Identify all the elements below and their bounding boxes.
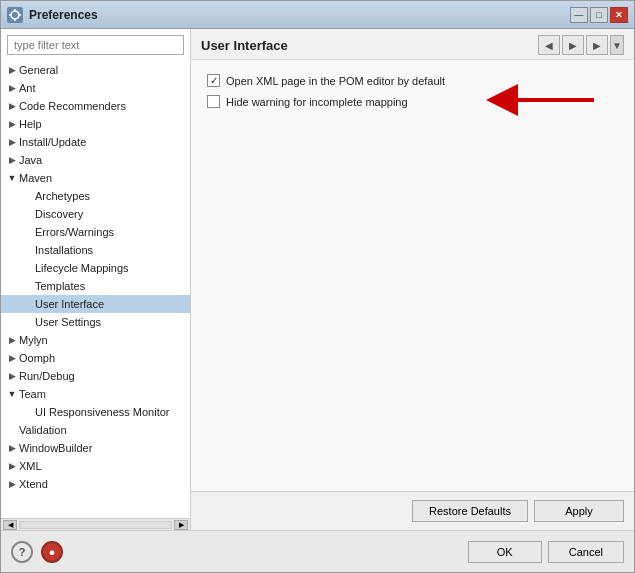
content-area: ▶General▶Ant▶Code Recommenders▶Help▶Inst… (1, 29, 634, 530)
tree-arrow-windowbuilder: ▶ (5, 443, 19, 453)
tree-label-ant: Ant (19, 82, 190, 94)
tree-item-oomph[interactable]: ▶Oomph (1, 349, 190, 367)
tree-arrow-mylyn: ▶ (5, 335, 19, 345)
cancel-button[interactable]: Cancel (548, 541, 624, 563)
nav-back2-button[interactable]: ▶ (586, 35, 608, 55)
tree-label-mylyn: Mylyn (19, 334, 190, 346)
tree-label-discovery: Discovery (35, 208, 190, 220)
tree-arrow-java: ▶ (5, 155, 19, 165)
tree-label-installations: Installations (35, 244, 190, 256)
tree-arrow-team: ▼ (5, 389, 19, 399)
tree-arrow-install-update: ▶ (5, 137, 19, 147)
tree-item-lifecycle-mappings[interactable]: Lifecycle Mappings (1, 259, 190, 277)
nav-buttons: ◀ ▶ ▶ ▼ (538, 35, 624, 55)
close-button[interactable]: ✕ (610, 7, 628, 23)
filter-input[interactable] (7, 35, 184, 55)
title-bar: Preferences — □ ✕ (1, 1, 634, 29)
tree-label-user-settings: User Settings (35, 316, 190, 328)
tree-arrow-run-debug: ▶ (5, 371, 19, 381)
arrow-annotation (484, 80, 604, 123)
tree-item-xtend[interactable]: ▶Xtend (1, 475, 190, 493)
record-icon[interactable]: ● (41, 541, 63, 563)
tree-item-user-settings[interactable]: User Settings (1, 313, 190, 331)
tree-label-xml: XML (19, 460, 190, 472)
maximize-button[interactable]: □ (590, 7, 608, 23)
left-panel: ▶General▶Ant▶Code Recommenders▶Help▶Inst… (1, 29, 191, 530)
tree-item-discovery[interactable]: Discovery (1, 205, 190, 223)
checkbox-label-hide-warning: Hide warning for incomplete mapping (226, 96, 408, 108)
tree-label-team: Team (19, 388, 190, 400)
tree-item-general[interactable]: ▶General (1, 61, 190, 79)
tree-arrow-oomph: ▶ (5, 353, 19, 363)
nav-back-button[interactable]: ◀ (538, 35, 560, 55)
tree-item-validation[interactable]: Validation (1, 421, 190, 439)
tree-label-windowbuilder: WindowBuilder (19, 442, 190, 454)
checkbox-hide-warning[interactable] (207, 95, 220, 108)
window-title: Preferences (29, 8, 98, 22)
tree-item-code-recommenders[interactable]: ▶Code Recommenders (1, 97, 190, 115)
right-panel: User Interface ◀ ▶ ▶ ▼ Open XML page in … (191, 29, 634, 530)
tree-item-team[interactable]: ▼Team (1, 385, 190, 403)
tree-item-installations[interactable]: Installations (1, 241, 190, 259)
scroll-left-button[interactable]: ◀ (3, 520, 17, 530)
tree-label-install-update: Install/Update (19, 136, 190, 148)
scroll-track[interactable] (19, 521, 172, 529)
tree-arrow-help: ▶ (5, 119, 19, 129)
tree-item-install-update[interactable]: ▶Install/Update (1, 133, 190, 151)
svg-point-0 (11, 11, 19, 19)
tree-item-errors-warnings[interactable]: Errors/Warnings (1, 223, 190, 241)
nav-dropdown-button[interactable]: ▼ (610, 35, 624, 55)
tree-label-user-interface: User Interface (35, 298, 190, 310)
tree-container: ▶General▶Ant▶Code Recommenders▶Help▶Inst… (1, 61, 190, 518)
tree-item-templates[interactable]: Templates (1, 277, 190, 295)
footer-left: ? ● (11, 541, 63, 563)
tree-label-code-recommenders: Code Recommenders (19, 100, 190, 112)
tree-item-windowbuilder[interactable]: ▶WindowBuilder (1, 439, 190, 457)
tree-arrow-general: ▶ (5, 65, 19, 75)
apply-button[interactable]: Apply (534, 500, 624, 522)
tree-label-oomph: Oomph (19, 352, 190, 364)
ok-button[interactable]: OK (468, 541, 542, 563)
preferences-window: Preferences — □ ✕ ▶General▶Ant▶Code Reco… (0, 0, 635, 573)
tree-item-xml[interactable]: ▶XML (1, 457, 190, 475)
title-bar-controls: — □ ✕ (570, 7, 628, 23)
scroll-right-button[interactable]: ▶ (174, 520, 188, 530)
tree-label-xtend: Xtend (19, 478, 190, 490)
tree-item-maven[interactable]: ▼Maven (1, 169, 190, 187)
tree-label-java: Java (19, 154, 190, 166)
tree-arrow-xtend: ▶ (5, 479, 19, 489)
tree-label-help: Help (19, 118, 190, 130)
tree-item-java[interactable]: ▶Java (1, 151, 190, 169)
tree-item-ui-responsiveness[interactable]: UI Responsiveness Monitor (1, 403, 190, 421)
right-header: User Interface ◀ ▶ ▶ ▼ (191, 29, 634, 60)
nav-forward-button[interactable]: ▶ (562, 35, 584, 55)
restore-defaults-button[interactable]: Restore Defaults (412, 500, 528, 522)
tree-item-archetypes[interactable]: Archetypes (1, 187, 190, 205)
tree-arrow-ant: ▶ (5, 83, 19, 93)
footer-right: OK Cancel (468, 541, 624, 563)
tree-item-user-interface[interactable]: User Interface (1, 295, 190, 313)
tree-item-mylyn[interactable]: ▶Mylyn (1, 331, 190, 349)
footer: ? ● OK Cancel (1, 530, 634, 572)
bottom-buttons: Restore Defaults Apply (191, 491, 634, 530)
tree-label-general: General (19, 64, 190, 76)
tree-arrow-maven: ▼ (5, 173, 19, 183)
tree-label-ui-responsiveness: UI Responsiveness Monitor (35, 406, 190, 418)
minimize-button[interactable]: — (570, 7, 588, 23)
tree-label-archetypes: Archetypes (35, 190, 190, 202)
tree-label-lifecycle-mappings: Lifecycle Mappings (35, 262, 190, 274)
tree-label-maven: Maven (19, 172, 190, 184)
help-icon[interactable]: ? (11, 541, 33, 563)
tree-arrow-xml: ▶ (5, 461, 19, 471)
tree-label-errors-warnings: Errors/Warnings (35, 226, 190, 238)
tree-item-ant[interactable]: ▶Ant (1, 79, 190, 97)
tree-label-validation: Validation (19, 424, 190, 436)
tree-item-run-debug[interactable]: ▶Run/Debug (1, 367, 190, 385)
right-title: User Interface (201, 38, 288, 53)
right-content: Open XML page in the POM editor by defau… (191, 60, 634, 491)
preferences-icon (7, 7, 23, 23)
tree-label-templates: Templates (35, 280, 190, 292)
checkbox-open-xml[interactable] (207, 74, 220, 87)
scrollbar-area: ◀ ▶ (1, 518, 190, 530)
tree-item-help[interactable]: ▶Help (1, 115, 190, 133)
